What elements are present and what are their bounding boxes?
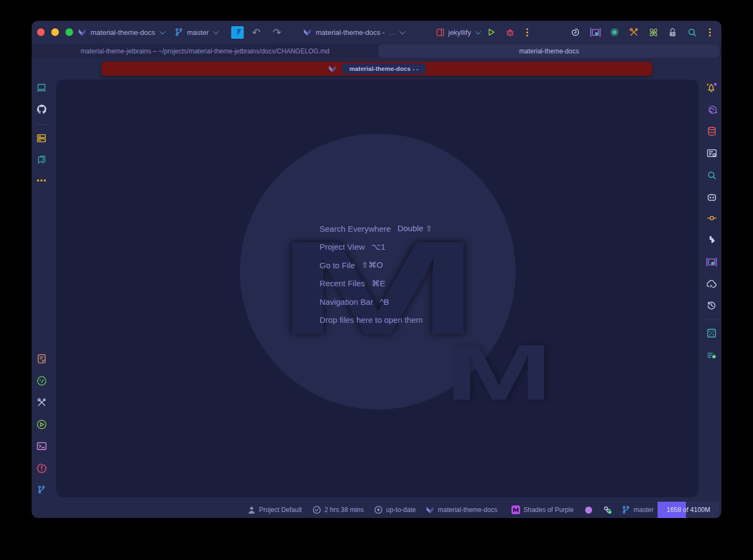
search-everywhere-button[interactable] [688,21,697,44]
toolwindow-notifications[interactable] [702,79,721,96]
toolwindow-todo[interactable] [32,350,51,368]
shortcut-row: Go to File⇧⌘O [320,260,432,270]
atom-icon [648,27,659,38]
editor-empty-state: M M Search EverywhereDouble ⇧ Project Vi… [56,80,698,497]
toolwindow-dependencies[interactable] [702,231,721,249]
build-tools-icon [37,398,47,407]
science-button[interactable] [648,21,659,44]
debug-button[interactable] [505,21,515,44]
toolwindow-assistant-bot[interactable] [702,188,721,206]
theme-label: Shades of Purple [523,506,574,514]
toolwindow-project[interactable] [702,253,721,270]
main-menu-button[interactable] [708,21,712,44]
strip-divider [36,124,48,125]
tools-icon [629,27,639,37]
project-status-widget[interactable]: material-theme-docs [425,502,497,518]
shortcut-label: Drop files here to open them [320,315,423,324]
toolwindow-documentation[interactable] [702,144,721,162]
sync-status-widget[interactable]: up-to-date [374,502,416,518]
toolwindow-history[interactable] [702,297,721,314]
shortcut-keys: Double ⇧ [397,224,432,233]
material-wizard-button[interactable] [231,21,244,44]
material-logo-icon [77,28,87,37]
terminal-icon [37,442,47,450]
shortcut-row: Recent Files⌘E [320,278,432,289]
more-tool-windows-button[interactable] [32,172,51,189]
shortcut-keys: ⌥1 [371,242,385,252]
close-window-button[interactable] [37,28,45,36]
clock-check-icon [312,505,321,514]
toolwindow-checklist[interactable] [702,346,721,364]
status-dot-icon [585,507,592,514]
minimize-window-button[interactable] [51,28,59,36]
project-selector[interactable]: material-theme-docs [77,21,165,44]
record-icon [610,27,619,37]
material-logo-icon [303,28,312,37]
toolwindow-bookmarks[interactable] [32,150,51,168]
material-logo-icon [425,505,435,515]
tab-changelog[interactable]: material-theme-jetbrains – ~/projects/ma… [32,44,378,58]
watermark-m-echo: M [445,327,553,418]
task-selector[interactable]: jekyllify [436,21,480,44]
toolwindow-git[interactable] [32,481,51,498]
branch-widget[interactable]: master [622,502,654,518]
banner-pill: material-theme-docs - - [342,63,426,74]
checklist-icon [707,351,716,360]
toolwindow-run-dashboard[interactable] [32,79,51,96]
memory-indicator[interactable]: 1658 of 4100M [658,502,719,518]
profile-widget[interactable]: Project Default [248,502,302,518]
todo-clipboard-icon [37,354,46,364]
banner-pill-label: material-theme-docs - - [350,65,419,72]
run-button[interactable] [487,21,496,44]
server-icon [37,134,46,143]
branch-status-label: master [634,506,654,514]
robot-icon [707,192,717,202]
zoom-window-button[interactable] [65,28,73,36]
tab-material-theme-docs[interactable]: material-theme-docs [378,44,720,58]
redo-button[interactable]: ↷ [273,21,281,44]
shortcut-hints: Search EverywhereDouble ⇧ Project View⌥1… [320,223,432,326]
main-toolbar: material-theme-docs master ↶ ↷ material-… [32,21,721,44]
profile-label: Project Default [259,506,302,514]
project-widget-button[interactable] [590,21,601,44]
record-button[interactable] [610,21,619,44]
search-icon [707,171,716,180]
project-selector-label: material-theme-docs [91,28,155,37]
time-tracker-widget[interactable]: 2 hrs 38 mins [312,502,364,518]
more-run-options-button[interactable] [526,21,529,44]
theme-widget[interactable]: Shades of Purple [511,502,574,518]
search-icon [688,28,697,37]
toolwindow-ai-chat[interactable] [702,101,721,118]
undo-button[interactable]: ↶ [252,21,261,44]
project-folder-icon [590,28,601,37]
window-tab-bar: material-theme-jetbrains – ~/projects/ma… [32,44,721,58]
toolwindow-github[interactable] [32,100,51,118]
toolwindow-build[interactable] [32,394,51,411]
lock-button[interactable] [668,21,677,44]
kebab-menu-icon [708,28,712,37]
tools-button[interactable] [629,21,639,44]
toolwindow-database[interactable] [702,123,721,140]
accent-color-widget[interactable] [585,502,592,518]
toolwindow-random[interactable] [702,324,721,342]
toolwindow-problems[interactable] [32,459,51,477]
play-circle-icon [37,419,47,430]
material-logo-icon [328,64,337,74]
run-configuration-selector[interactable]: material-theme-docs - … [303,21,405,44]
chevron-down-icon [213,28,219,34]
checks-widget[interactable] [603,502,613,518]
bug-icon [505,28,515,37]
toolwindow-profiler[interactable] [32,372,51,389]
toolwindow-commit[interactable] [702,209,721,227]
branch-selector[interactable]: master [174,21,218,44]
toolwindow-services[interactable] [32,129,51,147]
ai-assistant-button[interactable] [570,21,580,44]
shortcut-row: Search EverywhereDouble ⇧ [320,223,432,234]
lock-icon [668,28,677,37]
toolwindow-find[interactable] [702,166,721,184]
toolwindow-run[interactable] [32,416,51,433]
toolwindow-terminal[interactable] [32,437,51,455]
shortcut-row: Navigation Bar^B [320,296,432,307]
ellipsis-icon [37,179,46,182]
toolwindow-cloud-shell[interactable] [702,275,721,292]
